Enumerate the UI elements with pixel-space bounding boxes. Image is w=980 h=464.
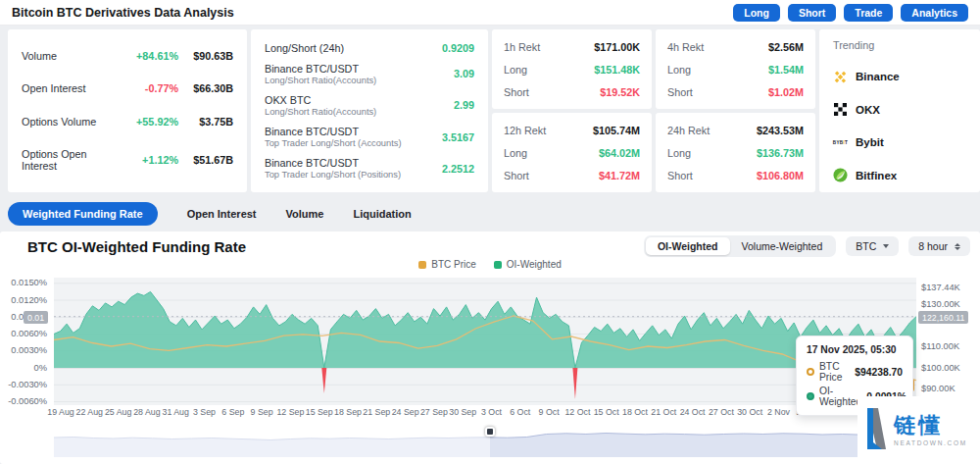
ls-title: Binance BTC/USDT <box>265 63 454 75</box>
ls-titles: Long/Short (24h) <box>265 42 442 54</box>
stat-label: Open Interest <box>22 82 123 94</box>
rekt-card-12h: 12h Rekt $105.74M Long $64.02M Short $41… <box>492 113 652 192</box>
tooltip-datetime: 17 Nov 2025, 05:30 <box>807 344 903 355</box>
caret-down-icon <box>883 244 889 248</box>
trade-button[interactable]: Trade <box>844 4 893 22</box>
rekt-long-value: $64.02M <box>599 147 640 159</box>
analytics-button[interactable]: Analytics <box>901 4 968 22</box>
ls-titles: OKX BTC Long/Short Ratio(Accounts) <box>265 94 454 117</box>
ls-titles: Binance BTC/USDT Top Trader Long/Short (… <box>265 126 442 148</box>
rekt-short-value: $19.52K <box>600 86 640 98</box>
rekt-total: $105.74M <box>593 125 640 136</box>
stat-label: Options Volume <box>22 116 123 128</box>
rekt-total: $243.53M <box>757 125 804 136</box>
crosshair-right-badge: 122,160.11 <box>918 311 968 324</box>
binance-icon <box>833 70 848 84</box>
x-axis-label: 3 Sep <box>193 407 216 417</box>
weighting-toggle: OI-Weighted Volume-Weighted <box>644 235 836 257</box>
rekt-card-4h: 4h Rekt $2.56M Long $1.54M Short $1.02M <box>656 29 815 109</box>
x-axis-label: 27 Oct <box>709 407 734 417</box>
x-axis-label: 3 Oct <box>481 407 502 417</box>
short-button[interactable]: Short <box>788 4 836 22</box>
rekt-row: 24h Rekt $243.53M <box>667 125 804 136</box>
ls-value: 2.99 <box>454 99 474 111</box>
tab-weighted-funding-rate[interactable]: Weighted Funding Rate <box>8 202 158 226</box>
tab-liquidation[interactable]: Liquidation <box>353 208 411 220</box>
x-axis-label: 24 Oct <box>680 407 706 417</box>
chart-legend: BTC Price OI-Weighted <box>0 259 980 270</box>
x-axis-label: 27 Sep <box>420 407 448 417</box>
y-axis-label-left: -0.0030% <box>0 380 47 389</box>
rekt-short-label: Short <box>667 170 693 181</box>
symbol-select[interactable]: BTC <box>846 236 899 256</box>
rekt-long-label: Long <box>504 64 527 76</box>
y-axis-label-right: $110.00K <box>921 341 978 351</box>
trending-item-bitfinex[interactable]: Bitfinex <box>833 168 966 182</box>
rekt-row: 4h Rekt $2.56M <box>667 41 804 53</box>
chart-range-navigator[interactable] <box>54 420 980 459</box>
rekt-row: 12h Rekt $105.74M <box>504 125 640 136</box>
trending-panel: Trending Binance OKX BYBIT Bybit Bitfine… <box>819 29 980 192</box>
ls-titles: Binance BTC/USDT Top Trader Long/Short (… <box>265 157 442 180</box>
rekt-card-1h: 1h Rekt $171.00K Long $151.48K Short $19… <box>492 29 652 109</box>
tab-volume[interactable]: Volume <box>286 208 324 220</box>
trending-item-label: Bitfinex <box>856 170 897 181</box>
x-axis-label: 18 Sep <box>334 407 362 417</box>
x-axis-label: 9 Sep <box>251 407 273 417</box>
ls-subtitle: Long/Short Ratio(Accounts) <box>265 76 454 85</box>
toggle-oi-weighted[interactable]: OI-Weighted <box>646 237 730 255</box>
long-button[interactable]: Long <box>733 4 780 22</box>
rekt-long-label: Long <box>667 147 691 159</box>
rekt-row: Long $1.54M <box>667 64 804 76</box>
ls-row: Binance BTC/USDT Top Trader Long/Short (… <box>265 126 474 148</box>
ls-row: Long/Short (24h) 0.9209 <box>265 42 474 54</box>
rekt-short-value: $1.02M <box>768 86 804 98</box>
interval-select-value: 8 hour <box>918 240 948 252</box>
legend-item-oi-weighted[interactable]: OI-Weighted <box>494 259 562 270</box>
legend-item-btc-price[interactable]: BTC Price <box>418 259 476 270</box>
trending-item-okx[interactable]: OKX <box>833 102 966 117</box>
x-axis-label: 9 Oct <box>539 407 560 417</box>
tooltip-label: BTC Price <box>819 361 850 383</box>
trending-item-binance[interactable]: Binance <box>833 70 966 84</box>
stat-row-options-volume: Options Volume +55.92% $3.75B <box>22 116 233 128</box>
stat-value: $51.67B <box>178 154 233 166</box>
watermark-domain: NEATDOWN.COM <box>894 439 967 446</box>
funding-rate-chart[interactable] <box>54 278 916 405</box>
chart-title: BTC OI-Weighted Funding Rate <box>27 238 246 255</box>
trending-item-bybit[interactable]: BYBIT Bybit <box>833 135 966 150</box>
toggle-volume-weighted[interactable]: Volume-Weighted <box>730 237 835 255</box>
x-axis-label: 30 Oct <box>737 407 762 417</box>
ls-value: 0.9209 <box>442 42 474 54</box>
x-axis-label: 19 Aug <box>47 407 74 417</box>
x-axis-label: 22 Aug <box>76 407 103 417</box>
ls-row: OKX BTC Long/Short Ratio(Accounts) 2.99 <box>265 94 474 117</box>
stat-change: +84.61% <box>123 50 178 62</box>
stat-change: +55.92% <box>123 116 178 128</box>
market-stats-card: Volume +84.61% $90.63B Open Interest -0.… <box>8 29 247 192</box>
y-axis-label-left: 0.0150% <box>0 278 47 287</box>
stat-row-options-open-interest: Options Open Interest +1.12% $51.67B <box>22 148 233 172</box>
rekt-row: 1h Rekt $171.00K <box>504 41 640 53</box>
interval-select[interactable]: 8 hour <box>908 236 970 256</box>
tooltip-row-btc-price: BTC Price $94238.70 <box>807 361 903 383</box>
rekt-row: Long $64.02M <box>504 147 640 159</box>
navigator-handle[interactable] <box>485 427 495 437</box>
x-axis-label: 6 Oct <box>510 407 530 417</box>
rekt-long-label: Long <box>504 147 527 159</box>
chart-tabs: Weighted Funding Rate Open Interest Volu… <box>8 200 412 227</box>
tab-open-interest[interactable]: Open Interest <box>187 208 257 220</box>
crosshair-left-badge: 0.01 <box>24 311 48 324</box>
oi-weighted-dot-icon <box>807 392 814 400</box>
y-axis-label-right: $90.00K <box>921 384 978 393</box>
stat-value: $3.75B <box>178 116 233 128</box>
rekt-row: Short $106.80M <box>667 170 804 181</box>
ls-row: Binance BTC/USDT Long/Short Ratio(Accoun… <box>265 63 474 85</box>
rekt-card-24h: 24h Rekt $243.53M Long $136.73M Short $1… <box>656 113 815 192</box>
btc-price-swatch <box>418 261 426 269</box>
x-axis-label: 18 Oct <box>622 407 648 417</box>
ls-title: Long/Short (24h) <box>265 42 442 54</box>
rekt-period: 4h Rekt <box>667 41 704 53</box>
stat-label: Volume <box>22 50 123 62</box>
ls-value: 2.2512 <box>442 163 474 175</box>
